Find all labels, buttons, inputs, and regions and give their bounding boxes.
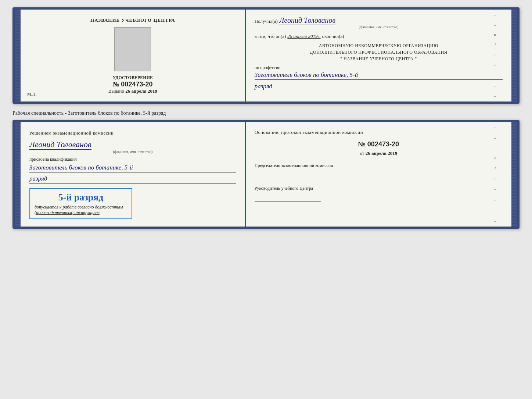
protocol-number-block: № 002473-20: [255, 140, 503, 148]
photo-placeholder: [114, 27, 151, 71]
right-decorative: – – и ‚а ← – – – –: [491, 10, 499, 101]
bottom-certificate: Решением экзаменационной комиссии Леонид…: [12, 120, 520, 229]
org-line2: ДОПОЛНИТЕЛЬНОГО ПРОФЕССИОНАЛЬНОГО ОБРАЗО…: [255, 49, 503, 56]
chairman-block: Председатель экзаменационной комиссии: [255, 162, 503, 179]
page-container: НАЗВАНИЕ УЧЕБНОГО ЦЕНТРА УДОСТОВЕРЕНИЕ №…: [12, 7, 520, 229]
from-prefix: от: [360, 150, 364, 156]
decision-title: Решением экзаменационной комиссии: [29, 129, 236, 137]
protocol-prefix: №: [358, 140, 366, 148]
from-date-value: 26 апреля 2019: [366, 150, 398, 156]
mp-label: М.П.: [27, 92, 36, 97]
finished-label: окончил(а): [322, 33, 344, 39]
bottom-rank-value: разряд: [29, 174, 236, 184]
chairman-sig-line: [255, 170, 321, 179]
admitted-text: допускается к: [35, 204, 61, 210]
cert-number-line: № 002473-20: [113, 81, 153, 88]
from-date-line: от 26 апреля 2019: [255, 150, 503, 156]
org-line1: АВТОНОМНУЮ НЕКОММЕРЧЕСКУЮ ОРГАНИЗАЦИЮ: [255, 42, 503, 49]
person-name: Леонид Толованов: [29, 140, 91, 150]
completion-date: 26 апреля 2019г.: [287, 33, 320, 39]
bottom-cert-right: Основание: протокол экзаменационной коми…: [246, 122, 511, 227]
stamp-box: 5-й разряд допускается к работе согласно…: [29, 188, 132, 219]
org-line3: " НАЗВАНИЕ УЧЕБНОГО ЦЕНТРА ": [255, 56, 503, 62]
cert-number-prefix: №: [113, 81, 119, 88]
completion-block: в том, что он(а) 26 апреля 2019г. окончи…: [255, 33, 503, 39]
doc-spine-right: [511, 10, 517, 101]
bottom-doc-spine-right: [511, 122, 517, 227]
chairman-label: Председатель экзаменационной комиссии: [255, 162, 503, 169]
issued-label: Выдано: [108, 88, 124, 94]
director-sig-line: [255, 193, 321, 202]
assigned-label: присвоена квалификация: [29, 157, 236, 162]
doc-spine-left: [15, 10, 21, 101]
protocol-number-value: 002473-20: [367, 140, 399, 148]
recipient-name: Леонид Толованов: [279, 16, 335, 25]
bottom-fio-label: (фамилия, имя, отчество): [29, 150, 236, 154]
rank-value: разряд: [255, 82, 503, 91]
issued-line: Выдано 26 апреля 2019: [108, 88, 157, 94]
org-block: АВТОНОМНУЮ НЕКОММЕРЧЕСКУЮ ОРГАНИЗАЦИЮ ДО…: [255, 42, 503, 62]
qualification-value: Заготовитель блоков по ботанике, 5-й: [29, 163, 236, 173]
director-block: Руководитель учебного Центра: [255, 185, 503, 202]
doc-subtitle: Рабочая специальность - Заготовитель бло…: [12, 110, 520, 116]
person-block: Леонид Толованов (фамилия, имя, отчество…: [29, 138, 236, 154]
top-cert-right: Получил(а) Леонид Толованов (фамилия, им…: [246, 10, 511, 101]
profession-label: по профессии: [255, 65, 503, 71]
issued-date: 26 апреля 2019: [125, 88, 157, 94]
basis-label: Основание: протокол экзаменационной коми…: [255, 129, 503, 136]
profession-value: Заготовитель блоков по ботанике, 5-й: [255, 71, 503, 80]
cert-label: УДОСТОВЕРЕНИЕ: [113, 75, 153, 81]
fio-label: (фамилия, имя, отчество): [255, 25, 503, 29]
bottom-cert-left: Решением экзаменационной комиссии Леонид…: [21, 122, 246, 227]
cert-number-value: 002473-20: [121, 81, 152, 88]
bottom-right-decorative: – – – и ‚а ← – – – –: [491, 122, 499, 227]
recipient-prefix: Получил(а): [255, 18, 278, 24]
top-certificate: НАЗВАНИЕ УЧЕБНОГО ЦЕНТРА УДОСТОВЕРЕНИЕ №…: [12, 7, 520, 104]
recipient-block: Получил(а) Леонид Толованов (фамилия, им…: [255, 16, 503, 29]
bottom-doc-spine-left: [15, 122, 21, 227]
top-cert-center-title: НАЗВАНИЕ УЧЕБНОГО ЦЕНТРА: [90, 17, 175, 24]
stamp-grade: 5-й разряд: [35, 192, 127, 203]
top-cert-left: НАЗВАНИЕ УЧЕБНОГО ЦЕНТРА УДОСТОВЕРЕНИЕ №…: [21, 10, 246, 101]
cert-number-block: УДОСТОВЕРЕНИЕ № 002473-20: [113, 75, 153, 88]
stamp-admitted: допускается к работе согласно должностны…: [35, 204, 127, 215]
in-that-label: в том, что он(а): [255, 33, 286, 39]
director-label: Руководитель учебного Центра: [255, 185, 503, 192]
